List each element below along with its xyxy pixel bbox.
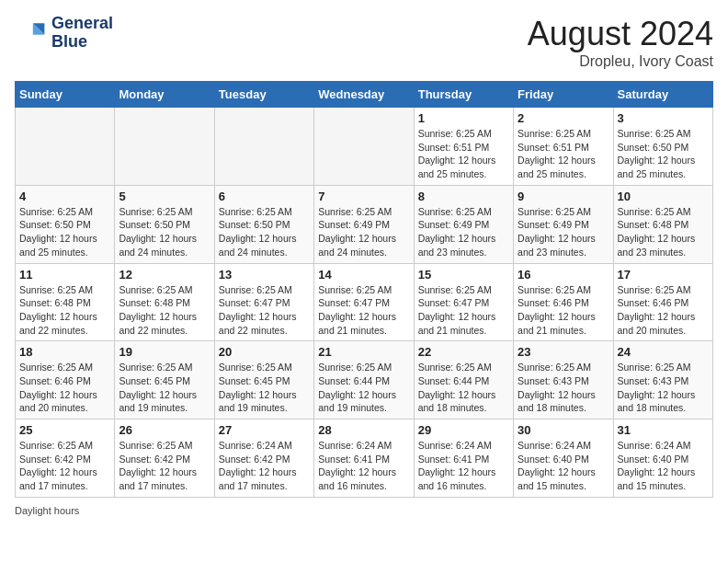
day-info: Sunrise: 6:24 AMSunset: 6:40 PMDaylight:… [518,439,609,493]
calendar-cell: 17Sunrise: 6:25 AMSunset: 6:46 PMDayligh… [613,263,712,341]
day-number: 16 [518,268,609,282]
main-title: August 2024 [528,15,713,53]
day-number: 8 [418,190,509,203]
day-info: Sunrise: 6:25 AMSunset: 6:51 PMDaylight:… [518,127,609,181]
calendar-cell: 20Sunrise: 6:25 AMSunset: 6:45 PMDayligh… [214,341,313,419]
subtitle: Dropleu, Ivory Coast [528,53,713,70]
calendar-cell: 27Sunrise: 6:24 AMSunset: 6:42 PMDayligh… [214,419,313,498]
day-info: Sunrise: 6:25 AMSunset: 6:48 PMDaylight:… [19,283,110,338]
day-number: 9 [518,190,609,203]
day-number: 19 [119,345,210,359]
calendar-cell: 24Sunrise: 6:25 AMSunset: 6:43 PMDayligh… [613,341,712,419]
day-number: 26 [119,423,210,437]
week-row-1: 1Sunrise: 6:25 AMSunset: 6:51 PMDaylight… [16,108,713,186]
day-number: 21 [318,345,409,359]
calendar-cell: 5Sunrise: 6:25 AMSunset: 6:50 PMDaylight… [115,185,214,263]
day-number: 15 [418,268,509,282]
day-number: 31 [618,423,709,437]
day-info: Sunrise: 6:25 AMSunset: 6:48 PMDaylight:… [618,205,709,259]
calendar-cell: 30Sunrise: 6:24 AMSunset: 6:40 PMDayligh… [514,419,613,498]
footer: Daylight hours [15,505,713,516]
calendar-cell: 3Sunrise: 6:25 AMSunset: 6:50 PMDaylight… [613,108,712,186]
day-header-saturday: Saturday [613,82,712,108]
calendar-cell: 7Sunrise: 6:25 AMSunset: 6:49 PMDaylight… [314,185,414,263]
day-info: Sunrise: 6:25 AMSunset: 6:44 PMDaylight:… [318,361,409,415]
day-number: 30 [518,423,609,437]
calendar-cell: 12Sunrise: 6:25 AMSunset: 6:48 PMDayligh… [115,263,214,341]
week-row-3: 11Sunrise: 6:25 AMSunset: 6:48 PMDayligh… [16,263,713,341]
day-info: Sunrise: 6:25 AMSunset: 6:47 PMDaylight:… [318,283,409,338]
calendar-table: SundayMondayTuesdayWednesdayThursdayFrid… [15,81,713,498]
day-info: Sunrise: 6:25 AMSunset: 6:49 PMDaylight:… [318,205,409,259]
day-info: Sunrise: 6:25 AMSunset: 6:44 PMDaylight:… [418,361,509,415]
calendar-cell: 28Sunrise: 6:24 AMSunset: 6:41 PMDayligh… [314,419,414,498]
day-number: 20 [219,345,310,359]
day-header-wednesday: Wednesday [314,82,414,108]
calendar-cell: 15Sunrise: 6:25 AMSunset: 6:47 PMDayligh… [414,263,513,341]
calendar-cell: 9Sunrise: 6:25 AMSunset: 6:49 PMDaylight… [514,185,613,263]
calendar-cell: 14Sunrise: 6:25 AMSunset: 6:47 PMDayligh… [314,263,414,341]
calendar-cell: 29Sunrise: 6:24 AMSunset: 6:41 PMDayligh… [414,419,513,498]
day-info: Sunrise: 6:25 AMSunset: 6:46 PMDaylight:… [19,361,110,415]
day-number: 11 [19,268,110,282]
day-info: Sunrise: 6:25 AMSunset: 6:51 PMDaylight:… [418,127,509,181]
calendar-cell: 26Sunrise: 6:25 AMSunset: 6:42 PMDayligh… [115,419,214,498]
calendar-cell: 6Sunrise: 6:25 AMSunset: 6:50 PMDaylight… [214,185,313,263]
day-number: 17 [618,268,709,282]
week-row-5: 25Sunrise: 6:25 AMSunset: 6:42 PMDayligh… [16,419,713,498]
day-info: Sunrise: 6:25 AMSunset: 6:47 PMDaylight:… [219,283,310,338]
day-info: Sunrise: 6:25 AMSunset: 6:50 PMDaylight:… [618,127,709,181]
calendar-cell: 8Sunrise: 6:25 AMSunset: 6:49 PMDaylight… [414,185,513,263]
day-number: 24 [618,345,709,359]
calendar-cell: 18Sunrise: 6:25 AMSunset: 6:46 PMDayligh… [16,341,115,419]
day-info: Sunrise: 6:24 AMSunset: 6:42 PMDaylight:… [219,439,310,493]
calendar-cell: 22Sunrise: 6:25 AMSunset: 6:44 PMDayligh… [414,341,513,419]
day-number: 29 [418,423,509,437]
logo-line2: Blue [51,33,113,52]
day-number: 6 [219,190,310,203]
day-info: Sunrise: 6:25 AMSunset: 6:45 PMDaylight:… [219,361,310,415]
calendar-cell: 4Sunrise: 6:25 AMSunset: 6:50 PMDaylight… [16,185,115,263]
calendar-cell [314,108,414,186]
day-number: 1 [418,111,509,125]
week-row-2: 4Sunrise: 6:25 AMSunset: 6:50 PMDaylight… [16,185,713,263]
days-header-row: SundayMondayTuesdayWednesdayThursdayFrid… [16,82,713,108]
day-info: Sunrise: 6:25 AMSunset: 6:49 PMDaylight:… [518,205,609,259]
day-number: 28 [318,423,409,437]
calendar-cell: 16Sunrise: 6:25 AMSunset: 6:46 PMDayligh… [514,263,613,341]
header: General Blue August 2024 Dropleu, Ivory … [15,15,713,70]
day-number: 5 [119,190,210,203]
day-info: Sunrise: 6:25 AMSunset: 6:43 PMDaylight:… [618,361,709,415]
day-number: 7 [318,190,409,203]
day-info: Sunrise: 6:24 AMSunset: 6:41 PMDaylight:… [318,439,409,493]
day-number: 2 [518,111,609,125]
day-info: Sunrise: 6:25 AMSunset: 6:42 PMDaylight:… [19,439,110,493]
day-number: 22 [418,345,509,359]
calendar-cell: 21Sunrise: 6:25 AMSunset: 6:44 PMDayligh… [314,341,414,419]
day-header-friday: Friday [514,82,613,108]
calendar-cell: 23Sunrise: 6:25 AMSunset: 6:43 PMDayligh… [514,341,613,419]
day-number: 3 [618,111,709,125]
day-number: 18 [19,345,110,359]
day-header-monday: Monday [115,82,214,108]
day-info: Sunrise: 6:25 AMSunset: 6:49 PMDaylight:… [418,205,509,259]
day-number: 10 [618,190,709,203]
day-info: Sunrise: 6:25 AMSunset: 6:50 PMDaylight:… [119,205,210,259]
calendar-cell: 19Sunrise: 6:25 AMSunset: 6:45 PMDayligh… [115,341,214,419]
day-header-tuesday: Tuesday [214,82,313,108]
logo-icon [15,17,48,50]
week-row-4: 18Sunrise: 6:25 AMSunset: 6:46 PMDayligh… [16,341,713,419]
day-number: 4 [19,190,110,203]
logo-text: General Blue [51,15,113,52]
calendar-cell: 2Sunrise: 6:25 AMSunset: 6:51 PMDaylight… [514,108,613,186]
day-info: Sunrise: 6:25 AMSunset: 6:45 PMDaylight:… [119,361,210,415]
day-number: 14 [318,268,409,282]
logo-line1: General [51,15,113,33]
calendar-cell: 31Sunrise: 6:24 AMSunset: 6:40 PMDayligh… [613,419,712,498]
day-info: Sunrise: 6:25 AMSunset: 6:46 PMDaylight:… [518,283,609,338]
calendar-cell: 10Sunrise: 6:25 AMSunset: 6:48 PMDayligh… [613,185,712,263]
day-header-sunday: Sunday [16,82,115,108]
calendar-cell: 11Sunrise: 6:25 AMSunset: 6:48 PMDayligh… [16,263,115,341]
calendar-cell: 1Sunrise: 6:25 AMSunset: 6:51 PMDaylight… [414,108,513,186]
day-number: 27 [219,423,310,437]
